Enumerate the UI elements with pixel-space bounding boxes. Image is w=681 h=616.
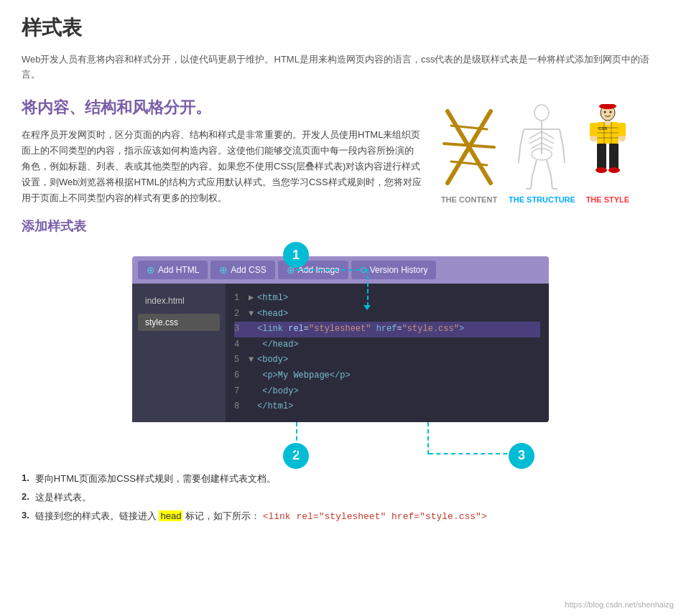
plus-icon-css: ⊕	[219, 264, 228, 276]
svg-rect-44	[609, 144, 619, 169]
style-figure-svg: CSS	[583, 104, 633, 190]
file-style-css[interactable]: style.css	[138, 314, 220, 331]
arrow-down	[363, 305, 371, 310]
svg-line-18	[560, 129, 563, 147]
content-figure-item: THE CONTENT	[437, 104, 501, 205]
svg-line-16	[520, 129, 524, 147]
dashed-top-h	[296, 269, 368, 271]
balloon-3: 3	[509, 443, 534, 469]
section1-heading: 将内容、结构和风格分开。	[22, 97, 422, 118]
code-line-1: 1 ▶ <html>	[234, 291, 540, 307]
svg-line-9	[529, 131, 542, 139]
plus-icon-html: ⊕	[147, 264, 155, 276]
code-panel: 1 ▶ <html> 2 ▼ <head> 3 <link rel="style…	[226, 284, 549, 422]
list-num-2: 2.	[22, 491, 29, 502]
svg-rect-43	[597, 144, 606, 169]
svg-line-19	[563, 147, 565, 163]
list-num-3: 3.	[22, 510, 29, 521]
head-highlight: head	[159, 510, 182, 521]
instruction-1: 1. 要向HTML页面添加CSS样式规则，需要创建样式表文档。	[22, 472, 659, 485]
instruction-2: 2. 这是样式表。	[22, 491, 659, 504]
add-html-button[interactable]: ⊕ Add HTML	[138, 261, 208, 279]
svg-point-29	[603, 111, 606, 113]
dashed-bottom-right-v	[427, 422, 429, 454]
code-line-6: 6 <p>My Webpage</p>	[234, 368, 540, 384]
code-line-7: 7 </body>	[234, 384, 540, 400]
instruction-2-text: 这是样式表。	[35, 491, 91, 504]
dashed-top-v	[367, 269, 369, 307]
content-label: THE CONTENT	[441, 195, 497, 205]
balloon-1: 1	[283, 242, 309, 268]
svg-rect-38	[605, 121, 611, 125]
structure-label: THE STRUCTURE	[509, 195, 575, 205]
svg-line-2	[444, 144, 494, 147]
svg-rect-40	[619, 123, 626, 137]
instruction-list: 1. 要向HTML页面添加CSS样式规则，需要创建样式表文档。 2. 这是样式表…	[22, 472, 659, 523]
svg-point-30	[609, 111, 611, 113]
dashed-bottom-right-h	[429, 453, 522, 454]
add-css-button[interactable]: ⊕ Add CSS	[210, 261, 274, 279]
code-line-5: 5 ▼ <body>	[234, 353, 540, 368]
code-editor: ⊕ Add HTML ⊕ Add CSS ⊕ Add Image ⊙ Versi…	[132, 256, 549, 422]
svg-line-14	[542, 143, 552, 149]
page-title: 样式表	[22, 14, 659, 42]
instruction-3-text: 链接到您的样式表。链接进入 head 标记，如下所示： <link rel="s…	[35, 510, 487, 523]
main-left: 将内容、结构和风格分开。 在程序员开发网页时，区分页面的内容、结构和样式是非常重…	[22, 97, 422, 242]
balloon-3-container: 3	[509, 443, 534, 469]
section1-body: 在程序员开发网页时，区分页面的内容、结构和样式是非常重要的。开发人员使用HTML…	[22, 127, 422, 206]
structure-figure-item: THE STRUCTURE	[509, 104, 575, 205]
svg-point-41	[590, 136, 597, 141]
intro-paragraph: Web开发人员有意将内容和样式分开，以使代码更易于维护。HTML是用来构造网页内…	[22, 52, 659, 83]
dashed-bottom-left	[296, 422, 297, 454]
style-label: THE STYLE	[586, 195, 630, 205]
svg-point-5	[534, 105, 549, 121]
diagram-figures: THE CONTENT	[437, 97, 633, 212]
section2-heading: 添加样式表	[22, 218, 422, 235]
svg-line-22	[547, 160, 551, 176]
main-section: 将内容、结构和风格分开。 在程序员开发网页时，区分页面的内容、结构和样式是非常重…	[22, 97, 659, 242]
svg-line-13	[531, 143, 542, 149]
balloon-1-container: 1	[283, 242, 309, 268]
svg-point-45	[596, 167, 607, 173]
list-num-1: 1.	[22, 472, 29, 483]
svg-text:CSS: CSS	[598, 126, 607, 131]
add-html-label: Add HTML	[158, 265, 199, 275]
svg-point-42	[619, 136, 626, 141]
instruction-3: 3. 链接到您的样式表。链接进入 head 标记，如下所示： <link rel…	[22, 510, 659, 523]
code-line-4: 4 </head>	[234, 337, 540, 353]
code-example: <link rel="stylesheet" href="style.css">	[263, 511, 487, 522]
code-line-8: 8 </html>	[234, 399, 540, 415]
svg-rect-39	[590, 123, 597, 137]
svg-line-17	[519, 147, 520, 163]
file-index-html[interactable]: index.html	[138, 292, 220, 309]
content-figure-svg	[437, 104, 501, 190]
svg-line-10	[542, 131, 554, 139]
svg-rect-28	[603, 104, 613, 108]
svg-line-23	[551, 176, 552, 189]
editor-section: 1 ⊕ Add HTML ⊕ Add CSS ⊕ Add Image ⊙ Ver…	[132, 256, 549, 422]
style-figure-item: CSS	[583, 104, 633, 205]
editor-body: index.html style.css 1 ▶ <html> 2 ▼ <hea…	[132, 284, 549, 422]
instruction-1-text: 要向HTML页面添加CSS样式规则，需要创建样式表文档。	[35, 472, 276, 485]
svg-line-20	[532, 160, 537, 176]
diagram-area: THE CONTENT	[437, 97, 659, 242]
version-history-label: Version History	[370, 265, 428, 275]
code-line-2: 2 ▼ <head>	[234, 307, 540, 322]
svg-line-21	[531, 176, 532, 189]
add-css-label: Add CSS	[231, 265, 266, 275]
instructions-section: 1. 要向HTML页面添加CSS样式规则，需要创建样式表文档。 2. 这是样式表…	[22, 465, 659, 523]
structure-figure-svg	[516, 104, 567, 190]
code-line-3: 3 <link rel="stylesheet" href="style.css…	[234, 322, 540, 337]
file-panel: index.html style.css	[132, 284, 226, 422]
svg-point-46	[608, 167, 620, 173]
